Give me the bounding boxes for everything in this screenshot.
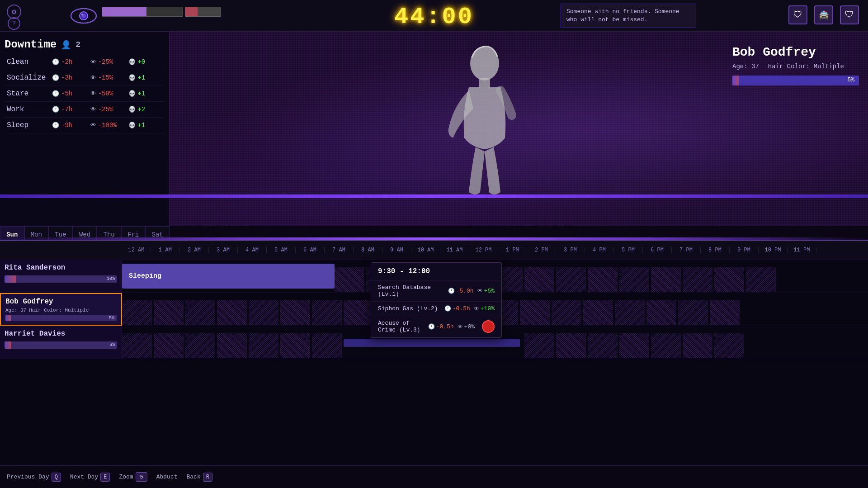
downtime-count: 2 — [75, 40, 80, 49]
back-key: R — [203, 473, 212, 482]
harriet-progress-bar: 6% — [5, 341, 117, 349]
badge-3: 🛡 — [840, 5, 859, 24]
tooltip-red-dot[interactable] — [482, 320, 495, 333]
bob-noise-17 — [710, 300, 740, 325]
harriet-noise-6 — [280, 333, 310, 358]
char-hair: Hair Color: Multiple — [768, 63, 844, 70]
energy-bar — [102, 7, 183, 17]
abduct-button[interactable]: Abduct — [156, 474, 178, 480]
bob-name: Bob Godfrey — [5, 298, 117, 306]
prev-day-button[interactable]: Previous Day Q — [7, 473, 61, 482]
harriet-noise-8 — [524, 333, 554, 358]
time-4pm: 4 PM — [585, 247, 614, 253]
person-label-rita[interactable]: Rita Sanderson 10% — [0, 260, 122, 293]
stare-time: 🕐 -5h — [52, 90, 86, 97]
harriet-noise-5 — [249, 333, 278, 358]
time-5pm: 5 PM — [614, 247, 643, 253]
back-button[interactable]: Back R — [186, 473, 212, 482]
socialize-suspicion: 💀 +1 — [128, 74, 162, 81]
harriet-name: Harriet Davies — [5, 330, 117, 338]
top-badges: 🛡 🚔 🛡 — [788, 5, 859, 24]
abduct-label: Abduct — [156, 474, 178, 480]
harriet-noise-9 — [556, 333, 586, 358]
back-label: Back — [186, 474, 200, 480]
time-2pm: 2 PM — [527, 247, 556, 253]
tooltip-time: 9:30 - 12:00 — [371, 263, 501, 280]
harriet-highlight — [344, 339, 520, 347]
harriet-noise-11 — [619, 333, 649, 358]
svg-rect-5 — [479, 78, 490, 87]
person-label-bob[interactable]: Bob Godfrey Age: 37 Hair Color: Multiple… — [0, 293, 122, 326]
sleeping-block[interactable]: Sleeping — [122, 264, 335, 289]
harriet-noise-2 — [154, 333, 184, 358]
noise-cell-8 — [556, 267, 586, 292]
time-11am: 11 AM — [440, 247, 469, 253]
bob-noise-13 — [583, 300, 613, 325]
character-silhouette — [435, 36, 534, 208]
time-9am: 9 AM — [382, 247, 411, 253]
time-1pm: 1 PM — [498, 247, 527, 253]
action-name-3: Accuse of Crime (Lv.3) — [378, 320, 425, 333]
noise-cell-12 — [683, 267, 712, 292]
work-label: Work — [7, 105, 47, 114]
work-row[interactable]: Work 🕐 -7h 👁 -25% 💀 +2 — [5, 102, 165, 118]
person-label-harriet[interactable]: Harriet Davies 6% — [0, 326, 122, 359]
socialize-row[interactable]: Socialize 🕐 -3h 👁 -15% 💀 +1 — [5, 70, 165, 86]
timer-display: 44:00 — [394, 4, 474, 30]
eye-logo — [70, 7, 97, 25]
socialize-time: 🕐 -3h — [52, 74, 86, 81]
action-name-1: Search Database (Lv.1) — [378, 284, 444, 298]
harriet-noise-13 — [683, 333, 712, 358]
clean-row[interactable]: Clean 🕐 -2h 👁 -25% 💀 +0 — [5, 54, 165, 70]
sleep-suspicion: 💀 +1 — [128, 122, 162, 129]
socialize-visibility: 👁 -15% — [90, 74, 124, 81]
bob-pct: 5% — [109, 315, 114, 321]
stare-row[interactable]: Stare 🕐 -5h 👁 -50% 💀 +1 — [5, 86, 165, 102]
harriet-noise-1 — [122, 333, 152, 358]
time-6pm: 6 PM — [643, 247, 672, 253]
time-12pm: 12 PM — [469, 247, 498, 253]
tooltip-popup: 9:30 - 12:00 Search Database (Lv.1) 🕐 -5… — [371, 262, 502, 338]
time-4am: 4 AM — [238, 247, 267, 253]
work-time: 🕐 -7h — [52, 106, 86, 113]
harriet-noise-3 — [185, 333, 215, 358]
action-time-2: 🕐 -0.5h — [444, 305, 470, 312]
stare-label: Stare — [7, 90, 47, 98]
tooltip-action-1[interactable]: Search Database (Lv.1) 🕐 -5.0h 👁 +5% — [371, 280, 501, 302]
next-day-button[interactable]: Next Day E — [70, 473, 110, 482]
energy-bars — [102, 7, 221, 17]
purple-divider — [0, 194, 868, 198]
noise-cell-13 — [714, 267, 744, 292]
time-3pm: 3 PM — [556, 247, 585, 253]
bob-noise-8 — [344, 300, 373, 325]
next-day-key: E — [100, 473, 110, 482]
harriet-noise-14 — [714, 333, 744, 358]
tooltip-action-2[interactable]: Siphon Gas (Lv.2) 🕐 -0.5h 👁 +10% — [371, 302, 501, 316]
harriet-pct: 6% — [109, 341, 115, 349]
char-progress-label: 5% — [847, 76, 854, 83]
help-icon[interactable]: ? — [8, 17, 20, 30]
noise-cell-14 — [746, 267, 776, 292]
sidebar-title: Downtime 👤 2 — [5, 38, 165, 51]
rita-name: Rita Sanderson — [5, 264, 117, 272]
action-time-1: 🕐 -5.0h — [448, 288, 474, 294]
quote-text: Someone with no friends. Someone who wil… — [566, 8, 679, 23]
sleep-label: Sleep — [7, 121, 47, 129]
clean-label: Clean — [7, 58, 47, 66]
bob-noise-14 — [615, 300, 645, 325]
time-7am: 7 AM — [325, 247, 354, 253]
tooltip-action-3[interactable]: Accuse of Crime (Lv.3) 🕐 -0.5h 👁 +0% — [371, 316, 501, 337]
action-name-2: Siphon Gas (Lv.2) — [378, 305, 441, 312]
badge-2: 🚔 — [814, 5, 833, 24]
char-details: Age: 37 Hair Color: Multiple — [732, 63, 859, 70]
time-10pm: 10 PM — [759, 247, 788, 253]
time-9pm: 9 PM — [730, 247, 759, 253]
char-progress-bar: 5% — [732, 76, 859, 85]
zoom-button[interactable]: Zoom 🖱 — [119, 472, 147, 482]
noise-cell-1 — [335, 267, 364, 292]
sleep-row[interactable]: Sleep 🕐 -9h 👁 -100% 💀 +1 — [5, 118, 165, 133]
bob-noise-12 — [552, 300, 581, 325]
rita-progress-bar: 10% — [5, 275, 117, 283]
bob-noise-1 — [122, 300, 152, 325]
stare-suspicion: 💀 +1 — [128, 90, 162, 97]
